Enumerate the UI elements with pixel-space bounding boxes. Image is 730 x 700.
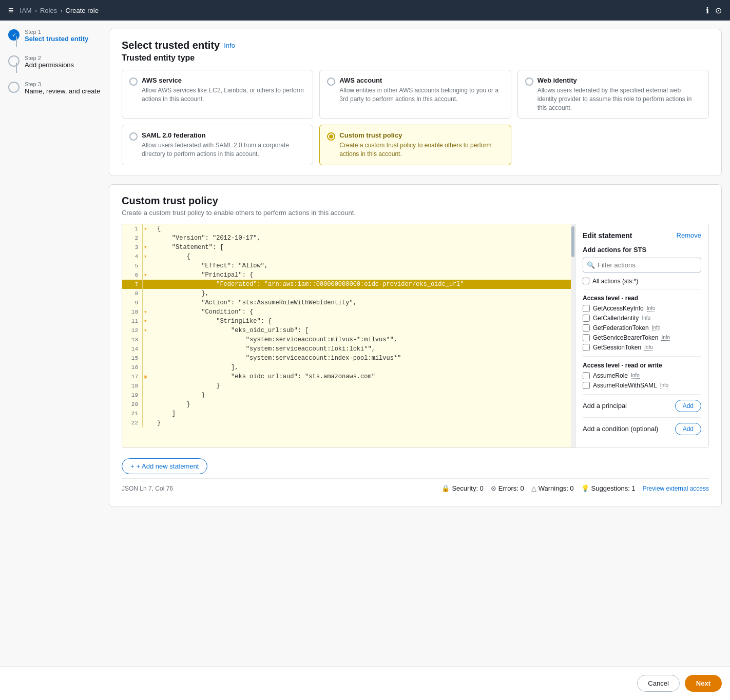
- entity-options-row2: SAML 2.0 federation Allow users federate…: [122, 125, 709, 165]
- entity-option-aws-service[interactable]: AWS service Allow AWS services like EC2,…: [122, 70, 313, 119]
- errors-label: Errors: 0: [498, 484, 524, 492]
- checkbox-get-federation-token[interactable]: [583, 324, 590, 332]
- entity-title-aws-service: AWS service: [142, 76, 305, 84]
- step-3-name[interactable]: Name, review, and create: [25, 87, 100, 95]
- entity-title-web-identity: Web identity: [537, 76, 701, 84]
- json-position-status: JSON Ln 7, Col 76: [122, 483, 173, 494]
- entity-radio-aws-account[interactable]: [327, 77, 335, 86]
- breadcrumb-sep-2: ›: [60, 7, 62, 14]
- entity-radio-saml[interactable]: [129, 132, 138, 141]
- breadcrumb-sep-1: ›: [35, 7, 37, 14]
- divider-2: [583, 394, 701, 395]
- filter-search-icon: 🔍: [587, 261, 595, 269]
- cancel-button[interactable]: Cancel: [637, 675, 679, 692]
- access-read-title: Access level - read: [583, 295, 701, 302]
- access-level-read-write: Access level - read or write AssumeRole …: [583, 362, 701, 389]
- access-level-read: Access level - read GetAccessKeyInfo Inf…: [583, 295, 701, 351]
- trusted-entity-section-title: Trusted entity type: [122, 53, 709, 63]
- step-1-label: Step 1: [25, 29, 88, 35]
- step-1: ✓ Step 1 Select trusted entity: [8, 29, 101, 47]
- entity-radio-web-identity[interactable]: [525, 77, 533, 86]
- user-icon[interactable]: ⊙: [715, 6, 722, 15]
- menu-icon[interactable]: ≡: [8, 5, 14, 16]
- code-line-13: 13 "system:serviceaccount:milvus-*:milvu…: [122, 335, 571, 344]
- entity-desc-web-identity: Allows users federated by the specified …: [537, 86, 701, 112]
- entity-title-custom-trust: Custom trust policy: [339, 131, 503, 139]
- action-get-access-key-info: GetAccessKeyInfo Info: [583, 305, 701, 312]
- code-line-3: 3 ▾ "Statement": [: [122, 243, 571, 252]
- entity-option-custom-trust[interactable]: Custom trust policy Create a custom trus…: [319, 125, 511, 165]
- remove-statement-link[interactable]: Remove: [677, 231, 701, 239]
- info-badge-assume-role[interactable]: Info: [631, 373, 640, 379]
- trusted-entity-card: Select trusted entity Info Trusted entit…: [109, 29, 722, 176]
- info-icon[interactable]: ℹ: [706, 6, 709, 15]
- editor-container: 1 ▾ { 2 "Version": "2012-10-17",: [122, 224, 709, 448]
- entity-option-saml[interactable]: SAML 2.0 federation Allow users federate…: [122, 125, 313, 165]
- entity-desc-saml: Allow users federated with SAML 2.0 from…: [142, 141, 305, 159]
- step-1-name[interactable]: Select trusted entity: [25, 35, 88, 43]
- editor-status-items: 🔒 Security: 0 ⊗ Errors: 0 △ Warnings: 0 …: [441, 484, 709, 492]
- entity-radio-custom-trust[interactable]: [327, 132, 335, 141]
- code-line-12: 12 ▾ "eks_oidc_url:sub": [: [122, 326, 571, 335]
- checkbox-assume-role[interactable]: [583, 372, 590, 379]
- all-actions-label: All actions (sts:*): [592, 278, 638, 285]
- info-badge-get-service-bearer-token[interactable]: Info: [661, 335, 670, 341]
- label-assume-role-with-saml: AssumeRoleWithSAML: [593, 382, 657, 389]
- next-button[interactable]: Next: [685, 675, 722, 692]
- action-get-service-bearer-token: GetServiceBearerToken Info: [583, 334, 701, 341]
- preview-external-access-link[interactable]: Preview external access: [643, 485, 709, 492]
- action-assume-role-with-saml: AssumeRoleWithSAML Info: [583, 382, 701, 389]
- warnings-icon: △: [531, 484, 536, 492]
- info-badge-get-caller-identity[interactable]: Info: [642, 315, 650, 321]
- add-statement-button[interactable]: + + Add new statement: [122, 458, 207, 474]
- info-badge-assume-role-with-saml[interactable]: Info: [660, 382, 669, 388]
- code-editor[interactable]: 1 ▾ { 2 "Version": "2012-10-17",: [122, 224, 571, 448]
- breadcrumb-iam[interactable]: IAM: [20, 7, 32, 14]
- editor-scrollbar[interactable]: [571, 224, 575, 448]
- label-get-caller-identity: GetCallerIdentity: [593, 315, 639, 322]
- edit-statement-panel: Edit statement Remove Add actions for ST…: [575, 224, 708, 448]
- code-line-10: 10 ▾ "Condition": {: [122, 307, 571, 317]
- security-label: Security: 0: [452, 484, 483, 492]
- errors-status: ⊗ Errors: 0: [491, 484, 524, 492]
- add-principal-label: Add a principal: [583, 402, 627, 410]
- add-principal-button[interactable]: Add: [675, 400, 701, 412]
- breadcrumb-roles[interactable]: Roles: [40, 7, 57, 14]
- code-line-21: 21 ]: [122, 409, 571, 418]
- divider-3: [583, 417, 701, 418]
- checkbox-get-caller-identity[interactable]: [583, 315, 590, 322]
- code-lines: 1 ▾ { 2 "Version": "2012-10-17",: [122, 224, 571, 427]
- code-line-7: 7 "Federated": "arn:aws:iam::00000000000…: [122, 280, 571, 289]
- all-actions-row: All actions (sts:*): [583, 278, 701, 289]
- checkbox-get-service-bearer-token[interactable]: [583, 334, 590, 341]
- entity-option-web-identity[interactable]: Web identity Allows users federated by t…: [517, 70, 709, 119]
- security-icon: 🔒: [441, 484, 450, 492]
- filter-actions-input[interactable]: [583, 258, 701, 273]
- entity-radio-aws-service[interactable]: [129, 77, 138, 86]
- suggestions-icon: 💡: [581, 484, 589, 492]
- entity-title-aws-account: AWS account: [339, 76, 503, 84]
- all-actions-checkbox[interactable]: [583, 278, 589, 284]
- info-badge-get-session-token[interactable]: Info: [644, 344, 653, 351]
- checkbox-get-session-token[interactable]: [583, 344, 590, 351]
- checkbox-get-access-key-info[interactable]: [583, 305, 590, 312]
- step-2: Step 2 Add permissions: [8, 55, 101, 73]
- code-line-22: 22 }: [122, 418, 571, 427]
- label-get-access-key-info: GetAccessKeyInfo: [593, 305, 644, 312]
- info-badge-get-federation-token[interactable]: Info: [652, 325, 661, 331]
- code-line-2: 2 "Version": "2012-10-17",: [122, 234, 571, 243]
- code-line-8: 8 },: [122, 289, 571, 298]
- page-title-info-link[interactable]: Info: [224, 42, 235, 49]
- breadcrumb-current: Create role: [66, 7, 99, 14]
- warnings-status: △ Warnings: 0: [531, 484, 574, 492]
- step-2-name[interactable]: Add permissions: [25, 61, 74, 69]
- add-statement-label: + Add new statement: [137, 462, 199, 470]
- errors-icon: ⊗: [491, 484, 496, 492]
- info-badge-get-access-key-info[interactable]: Info: [647, 305, 656, 312]
- checkbox-assume-role-with-saml[interactable]: [583, 382, 590, 389]
- code-line-6: 6 ▾ "Principal": {: [122, 270, 571, 280]
- label-assume-role: AssumeRole: [593, 372, 628, 379]
- add-condition-button[interactable]: Add: [675, 423, 701, 435]
- editor-bottom-row: + + Add new statement: [122, 453, 709, 474]
- entity-option-aws-account[interactable]: AWS account Allow entities in other AWS …: [319, 70, 511, 119]
